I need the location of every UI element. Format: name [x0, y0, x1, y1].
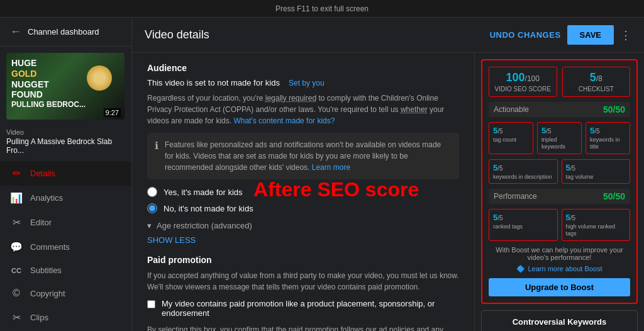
metrics-grid-3: 5/5 ranked tags 5/5 high volume ranked t…: [489, 209, 630, 241]
paid-promo-checkbox-row: My video contains paid promotion like a …: [147, 299, 459, 318]
nav-items: ✏ Details 📊 Analytics ✂ Editor 💬 Comment…: [0, 161, 131, 331]
metric-tag-vol-label: tag volume: [566, 174, 626, 181]
metric-hv-max: /5: [570, 215, 575, 222]
checklist-label: CHECKLIST: [568, 86, 625, 93]
sidebar-item-analytics[interactable]: 📊 Analytics: [0, 186, 131, 210]
metrics-grid-1: 5/5 tag count 5/5 tripled keywords 5/5 k…: [489, 122, 630, 154]
sidebar-item-copyright[interactable]: © Copyright: [0, 281, 131, 305]
chevron-down-icon: ▾: [147, 221, 152, 230]
seo-score-box: 100/100 VIDIO SEO SCORE: [489, 67, 557, 97]
radio-no-option[interactable]: No, it's not made for kids: [147, 203, 459, 213]
radio-no-label: No, it's not made for kids: [164, 204, 253, 213]
video-thumbnail[interactable]: HUGE GOLD NUGGET FOUND PULLING BEDROC...…: [6, 53, 125, 120]
actionable-score: 50/50: [603, 104, 625, 115]
sidebar-item-details[interactable]: ✏ Details: [0, 161, 131, 186]
sidebar-item-label-comments: Comments: [30, 242, 70, 252]
policy-text: By selecting this box, you confirm that …: [147, 324, 459, 331]
seo-top-scores: 100/100 VIDIO SEO SCORE 5/8 CHECKLIST: [489, 67, 630, 97]
metric-ranked-label: ranked tags: [493, 223, 553, 230]
boost-link-icon: 🔷: [516, 265, 525, 273]
save-button[interactable]: SAVE: [567, 25, 614, 45]
whats-content-link[interactable]: What's content made for kids?: [233, 116, 335, 125]
sidebar-item-label-subtitles: Subtitles: [30, 266, 62, 275]
upgrade-to-boost-button[interactable]: Upgrade to Boost: [489, 278, 630, 296]
checklist-box: 5/8 CHECKLIST: [562, 67, 631, 97]
video-duration: 9:27: [104, 108, 121, 117]
info-text: Features like personalized ads and notif…: [165, 139, 452, 173]
radio-options: Yes, it's made for kids No, it's not mad…: [147, 187, 459, 213]
sidebar-item-label-clips: Clips: [30, 313, 48, 322]
form-area: Audience This video is set to not made f…: [132, 53, 474, 331]
page-header: Video details UNDO CHANGES SAVE ⋮: [132, 18, 644, 53]
radio-yes-input[interactable]: [147, 187, 157, 197]
metric-kw-title-label: keywords in title: [590, 137, 626, 150]
metric-tag-count-label: tag count: [493, 137, 529, 143]
analytics-icon: 📊: [10, 192, 23, 204]
metric-kw-desc-label: keywords in description: [493, 174, 553, 181]
top-bar: Press F11 to exit full screen: [0, 0, 644, 18]
seo-score-number: 100: [506, 71, 525, 84]
age-restriction-label: Age restriction (advanced): [157, 221, 252, 230]
sidebar-item-comments[interactable]: 💬 Comments: [0, 235, 131, 259]
content-area: Audience This video is set to not made f…: [132, 53, 644, 331]
checklist-number: 5: [590, 71, 596, 84]
metric-tag-vol-value: 5: [566, 163, 570, 172]
header-actions: UNDO CHANGES SAVE ⋮: [490, 25, 631, 45]
legal-text: Regardless of your location, you're lega…: [147, 93, 459, 126]
sidebar-item-label-analytics: Analytics: [30, 193, 63, 203]
right-panel: 100/100 VIDIO SEO SCORE 5/8 CHECKLIST: [474, 53, 644, 331]
page-title: Video details: [145, 28, 209, 42]
performance-label: Performance: [494, 192, 537, 201]
radio-yes-option[interactable]: Yes, it's made for kids: [147, 187, 459, 197]
boost-learn-more-link[interactable]: Learn more about Boost: [528, 265, 602, 272]
metric-tag-count-max: /5: [497, 128, 502, 135]
boost-text: With Boost we can help you improve your …: [489, 246, 630, 261]
learn-more-kids-link[interactable]: Learn more: [312, 163, 350, 172]
controversial-keywords-card: Controversial Keywords Upgrade to Boost …: [481, 310, 638, 331]
sidebar-item-editor[interactable]: ✂ Editor: [0, 210, 131, 235]
thumb-line-2: GOLD: [11, 69, 86, 79]
metric-tag-vol-max: /5: [570, 165, 575, 172]
sidebar-item-subtitles[interactable]: CC Subtitles: [0, 259, 131, 281]
editor-icon: ✂: [10, 216, 23, 228]
audience-notice-text: This video is set to not made for kids: [147, 78, 280, 87]
video-type-label: Video: [6, 128, 125, 136]
checklist-value: 5/8: [568, 71, 625, 84]
paid-promo-checkbox-label: My video contains paid promotion like a …: [162, 299, 459, 318]
metric-keywords-desc: 5/5 keywords in description: [489, 159, 558, 184]
more-options-icon[interactable]: ⋮: [620, 28, 631, 42]
sidebar-back-icon[interactable]: ←: [10, 25, 21, 38]
metric-tripled-keywords: 5/5 tripled keywords: [537, 122, 582, 154]
sidebar-item-label-details: Details: [30, 169, 55, 178]
sidebar-item-clips[interactable]: ✂ Clips: [0, 305, 131, 330]
metric-hv-value: 5: [566, 213, 570, 222]
top-bar-message: Press F11 to exit full screen: [275, 4, 369, 13]
video-info: Video Pulling A Massive Bedrock Slab Fro…: [0, 126, 131, 161]
form-area-wrapper: Audience This video is set to not made f…: [132, 53, 474, 331]
paid-promo-checkbox[interactable]: [147, 300, 155, 308]
radio-no-input[interactable]: [147, 203, 157, 213]
info-icon: ℹ: [155, 140, 158, 173]
sidebar-title: Channel dashboard: [28, 27, 99, 36]
checklist-max: /8: [596, 74, 602, 83]
undo-changes-button[interactable]: UNDO CHANGES: [490, 30, 561, 40]
seo-score-value: 100/100: [494, 71, 552, 84]
metric-ranked-max: /5: [497, 215, 502, 222]
metric-kw-title-max: /5: [594, 128, 599, 135]
seo-score-max: /100: [525, 74, 540, 83]
metric-high-volume-tags: 5/5 high volume ranked tags: [562, 209, 631, 241]
age-restriction[interactable]: ▾ Age restriction (advanced): [147, 221, 459, 230]
thumb-line-5: PULLING BEDROC...: [11, 100, 86, 109]
info-box: ℹ Features like personalized ads and not…: [147, 133, 459, 179]
clips-icon: ✂: [10, 311, 23, 323]
details-icon: ✏: [10, 167, 23, 179]
show-less-link[interactable]: SHOW LESS: [147, 235, 459, 245]
set-by-link[interactable]: Set by you: [289, 79, 325, 87]
audience-notice: This video is set to not made for kids S…: [147, 78, 459, 87]
metrics-grid-2: 5/5 keywords in description 5/5 tag volu…: [489, 159, 630, 184]
performance-bar: Performance 50/50: [489, 189, 630, 204]
radio-yes-label: Yes, it's made for kids: [164, 188, 243, 197]
actionable-bar: Actionable 50/50: [489, 102, 630, 117]
subtitles-icon: CC: [10, 267, 23, 274]
sidebar: ← Channel dashboard HUGE GOLD NUGGET FOU…: [0, 18, 132, 331]
